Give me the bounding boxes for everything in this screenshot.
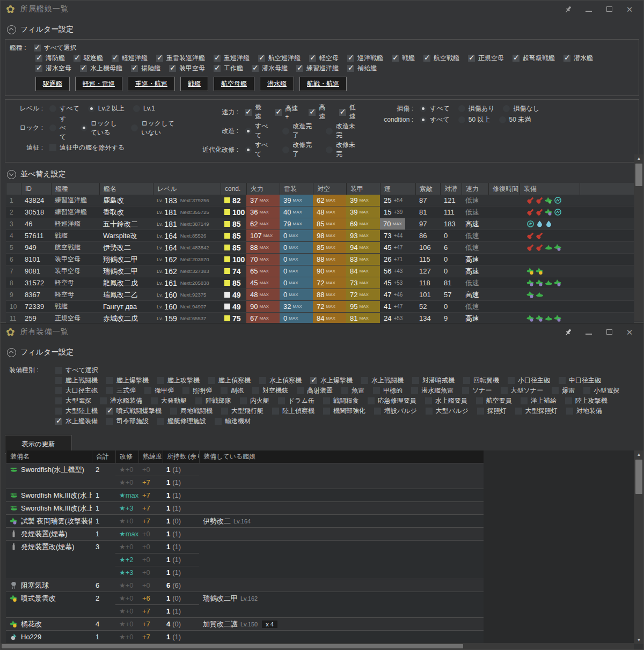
filter-checkbox[interactable]: 対潜哨戒機 (412, 376, 455, 385)
column-header[interactable] (6, 183, 21, 195)
equipment-row[interactable]: Swordfish Mk.III改(水上機型)1★max+71(1) (6, 489, 484, 501)
filter-radio[interactable]: すべて (245, 122, 274, 140)
filter-radio[interactable]: 損傷なし (503, 104, 539, 113)
filter-radio[interactable]: ロックしていない (131, 119, 178, 137)
ship-class-shortcut-button[interactable]: 潜水艦 (260, 77, 294, 91)
filter-checkbox[interactable]: 輸送機材 (215, 417, 251, 426)
filter-checkbox[interactable]: ドラム缶 (278, 396, 314, 405)
filter-checkbox[interactable]: 補給艦 (347, 64, 377, 73)
column-header[interactable]: 装備している艦娘 (199, 450, 484, 463)
filter-checkbox[interactable]: 対地装備 (566, 407, 602, 416)
filter-checkbox[interactable]: 練習巡洋艦 (296, 64, 339, 73)
ship-table-row[interactable]: 68101装甲空母翔鶴改二甲Lv.162Next:20367010070MAX0… (6, 254, 634, 265)
filter-checkbox[interactable]: 回転翼機 (463, 376, 499, 385)
close-button[interactable]: ✕ (625, 328, 634, 336)
filter-checkbox[interactable]: 爆雷 (552, 386, 575, 395)
filter-checkbox[interactable]: 潜水艦魚雷 (411, 386, 453, 395)
filter-checkbox[interactable]: 対空機銃 (252, 386, 288, 395)
ship-table-row[interactable]: 143824練習巡洋艦鹿島改Lv.183Next:3792568237MAX39… (6, 195, 634, 206)
column-header[interactable]: 合計 (92, 450, 115, 463)
equipment-table-scrollbar[interactable]: ▲ ▼ (634, 450, 643, 644)
filter-checkbox[interactable]: 最速 (245, 103, 266, 121)
filter-checkbox[interactable]: 戦艦 (392, 54, 415, 63)
pin-icon[interactable] (564, 5, 573, 13)
column-header[interactable]: 索敵 (415, 183, 440, 195)
ship-class-shortcut-button[interactable]: 重巡・航巡 (128, 77, 175, 91)
filter-checkbox[interactable]: 探照灯 (477, 407, 507, 416)
filter-checkbox[interactable]: 艦上戦闘機 (55, 376, 98, 385)
filter-settings-header[interactable]: フィルター設定 (1, 23, 643, 36)
filter-checkbox[interactable]: 艦上攻撃機 (157, 376, 200, 385)
filter-checkbox[interactable]: 大型バルジ (426, 407, 469, 416)
filter-checkbox[interactable]: 戦闘糧食 (323, 396, 359, 405)
filter-checkbox[interactable]: 工作艦 (214, 64, 243, 73)
equipment-horizontal-scrollbar[interactable] (1, 643, 634, 649)
column-header[interactable]: 装甲 (346, 183, 380, 195)
filter-radio[interactable]: すべて (420, 104, 450, 113)
equipment-row[interactable]: Ho2291★+0+71(1) (6, 630, 484, 643)
column-header[interactable]: 艦種 (51, 183, 99, 195)
filter-radio[interactable]: 改造完了 (282, 122, 317, 140)
filter-checkbox[interactable]: 低速 (339, 103, 361, 121)
equipment-row[interactable]: 噴式景雲改2★+0+61(0)瑞鶴改二甲Lv.162 (6, 592, 484, 604)
column-header[interactable] (580, 183, 634, 195)
column-header[interactable]: 熟練度 (138, 450, 163, 463)
filter-radio[interactable]: 50 以上 (458, 115, 491, 124)
filter-checkbox[interactable]: 徹甲弾 (144, 386, 174, 395)
equipment-row[interactable]: Swordfish(水上機型)2★+0+01(1) (6, 463, 484, 476)
maximize-button[interactable] (605, 328, 613, 336)
ship-table-row[interactable]: 5949航空戦艦伊勢改二Lv.164Next:4838428588MAX0MAX… (6, 242, 634, 254)
ship-class-shortcut-button[interactable]: 航空母艦 (214, 77, 254, 91)
filter-checkbox[interactable]: 陸上偵察機 (272, 407, 314, 416)
scrollbar-thumb[interactable] (635, 164, 642, 186)
filter-checkbox[interactable]: 遠征中の艦を除外する (49, 143, 125, 152)
close-button[interactable]: ✕ (625, 5, 634, 13)
filter-checkbox[interactable]: 大型飛行艇 (221, 407, 264, 416)
equipment-row[interactable]: ★+0+71(1) (6, 604, 484, 617)
filter-checkbox[interactable]: 照明弾 (182, 386, 212, 395)
minimize-button[interactable] (584, 328, 593, 336)
column-header[interactable]: 速力 (462, 183, 488, 195)
column-header[interactable]: 火力 (246, 183, 280, 195)
column-header[interactable]: cond. (221, 183, 246, 195)
filter-radio[interactable]: Lv.2 以上 (88, 104, 125, 113)
filter-checkbox[interactable]: 甲標的 (373, 386, 402, 395)
column-header[interactable]: 艦名 (99, 183, 153, 195)
sort-settings-header[interactable]: 並べ替え設定 (1, 168, 643, 181)
filter-checkbox[interactable]: 中口径主砲 (559, 376, 601, 385)
filter-checkbox[interactable]: 魚雷 (341, 386, 364, 395)
filter-checkbox[interactable]: 大型ソナー (501, 386, 544, 395)
filter-checkbox[interactable]: 大型陸上機 (55, 407, 98, 416)
filter-checkbox[interactable]: 高射装置 (297, 386, 333, 395)
filter-checkbox[interactable]: 水上機母艦 (80, 64, 122, 73)
equipment-row[interactable]: 発煙装置改(煙幕)3★+0+01(1) (6, 540, 484, 553)
ship-table-row[interactable]: 346軽巡洋艦五十鈴改二Lv.181Next:3871498562MAX79MA… (6, 218, 634, 230)
filter-checkbox[interactable]: 軽巡洋艦 (112, 54, 148, 63)
maximize-button[interactable] (605, 5, 613, 13)
filter-checkbox[interactable]: すべて選択 (34, 43, 77, 53)
filter-radio[interactable]: すべて (420, 115, 450, 124)
filter-checkbox[interactable]: 水上艦要員 (425, 396, 467, 405)
filter-checkbox[interactable]: 大型電探 (55, 396, 91, 405)
column-header[interactable]: ID (21, 183, 51, 195)
column-header[interactable]: 雷装 (280, 183, 313, 195)
filter-radio[interactable]: 損傷あり (458, 104, 495, 113)
filter-checkbox[interactable]: 内火艇 (240, 396, 269, 405)
filter-checkbox[interactable]: 副砲 (221, 386, 244, 395)
scroll-down-arrow[interactable]: ▼ (634, 636, 643, 644)
ship-table-row[interactable]: 457611戦艦Warspite改Lv.164Next:8552685107MA… (6, 230, 634, 242)
minimize-button[interactable] (584, 5, 593, 13)
ship-table-row[interactable]: 831572軽空母龍鳳改二戊Lv.161Next:2058388545MAX0M… (6, 277, 634, 289)
filter-radio[interactable]: すべて (245, 141, 274, 159)
column-header[interactable]: 所持数 (余り) (163, 450, 199, 463)
column-header[interactable]: 装備名 (6, 450, 92, 463)
filter-checkbox[interactable]: 応急修理要員 (368, 396, 416, 405)
filter-checkbox[interactable]: 正規空母 (468, 54, 504, 63)
filter-checkbox[interactable]: 航空巡洋艦 (258, 54, 301, 63)
filter-checkbox[interactable]: 駆逐艦 (74, 54, 103, 63)
filter-radio[interactable]: 改修完了 (282, 141, 317, 159)
filter-checkbox[interactable]: 重雷装巡洋艦 (156, 54, 205, 63)
filter-checkbox[interactable]: 水上爆撃機 (310, 376, 353, 385)
filter-checkbox[interactable]: 司令部施設 (106, 417, 149, 426)
ship-table-row[interactable]: 98367軽空母瑞鳳改二乙Lv.160Next:923754948MAX0MAX… (6, 289, 634, 301)
